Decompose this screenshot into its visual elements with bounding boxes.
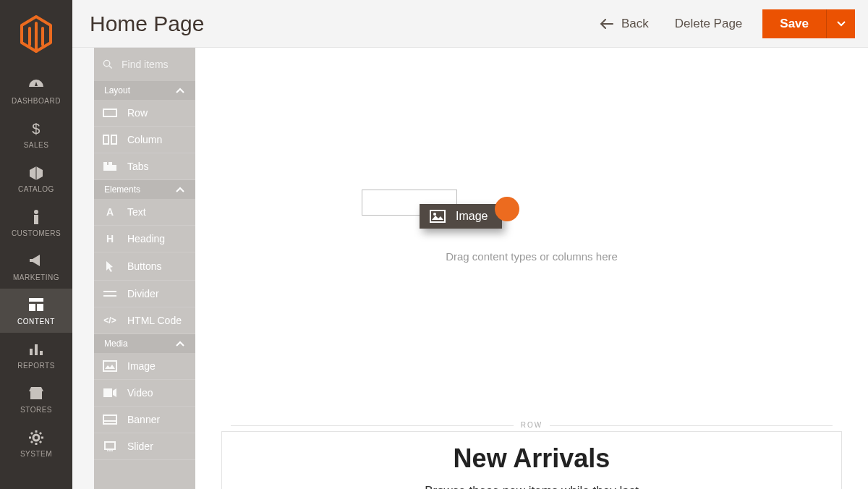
panel-item-tabs[interactable]: Tabs [94, 153, 195, 180]
back-button[interactable]: Back [600, 17, 649, 31]
svg-rect-8 [30, 391, 42, 399]
column-icon [103, 135, 117, 145]
panel-group-media[interactable]: Media [94, 334, 195, 353]
chart-icon [0, 341, 72, 357]
nav-item-sales[interactable]: $ SALES [0, 112, 72, 156]
panel-item-heading[interactable]: H Heading [94, 226, 195, 252]
nav-label: CATALOG [0, 185, 72, 193]
video-icon [103, 388, 117, 398]
svg-rect-16 [109, 162, 112, 165]
nav-item-stores[interactable]: STORES [0, 377, 72, 421]
save-dropdown-button[interactable] [826, 9, 855, 38]
panel-item-label: Image [127, 360, 156, 372]
nav-label: MARKETING [0, 273, 72, 281]
pagebuilder-canvas[interactable]: Image Drag content types or columns here… [195, 48, 868, 489]
nav-item-system[interactable]: SYSTEM [0, 421, 72, 465]
nav-label: REPORTS [0, 362, 72, 370]
panel-item-buttons[interactable]: Buttons [94, 252, 195, 281]
svg-rect-15 [103, 162, 107, 165]
page-header: Home Page Back Delete Page Save [72, 0, 868, 48]
code-icon: </> [103, 315, 117, 326]
delete-label: Delete Page [675, 17, 743, 31]
panel-group-elements[interactable]: Elements [94, 180, 195, 199]
svg-rect-18 [103, 388, 112, 397]
svg-point-10 [103, 60, 109, 66]
panel-item-slider[interactable]: Slider [94, 433, 195, 460]
panel-item-label: Tabs [127, 161, 149, 172]
panel-item-label: Row [127, 107, 148, 119]
svg-rect-19 [103, 415, 116, 424]
pagebuilder-panel: Layout Row Column Tabs Elements A Text H… [94, 48, 195, 489]
group-label: Elements [104, 184, 140, 195]
panel-item-label: Heading [127, 233, 165, 244]
cursor-indicator-icon [495, 197, 519, 221]
chevron-up-icon [175, 184, 185, 195]
svg-rect-12 [103, 135, 109, 144]
gauge-icon [0, 77, 72, 93]
svg-rect-6 [35, 344, 38, 355]
magento-logo-icon [19, 14, 54, 54]
panel-item-label: Video [127, 387, 153, 399]
person-icon [0, 209, 72, 225]
nav-item-dashboard[interactable]: DASHBOARD [0, 68, 72, 112]
search-input[interactable] [122, 59, 187, 70]
save-button[interactable]: Save [762, 9, 826, 38]
panel-item-image[interactable]: Image [94, 353, 195, 380]
svg-rect-4 [37, 304, 43, 311]
panel-item-video[interactable]: Video [94, 380, 195, 407]
panel-group-layout[interactable]: Layout [94, 81, 195, 100]
save-button-group: Save [762, 9, 855, 38]
svg-rect-24 [430, 211, 445, 222]
svg-point-9 [33, 435, 39, 441]
svg-point-21 [107, 450, 109, 451]
nav-item-customers[interactable]: CUSTOMERS [0, 200, 72, 244]
row-heading: New Arrivals [237, 443, 827, 474]
row-icon [103, 109, 117, 117]
tabs-icon [103, 161, 117, 171]
svg-rect-20 [105, 442, 115, 449]
panel-item-label: Column [127, 134, 162, 145]
layout-icon [0, 297, 72, 313]
panel-item-column[interactable]: Column [94, 127, 195, 153]
svg-point-23 [111, 450, 113, 451]
panel-item-label: HTML Code [127, 315, 182, 326]
panel-item-label: Text [127, 206, 146, 218]
svg-rect-13 [111, 135, 116, 144]
delete-page-button[interactable]: Delete Page [675, 17, 743, 31]
panel-item-text[interactable]: A Text [94, 199, 195, 226]
cursor-icon [103, 260, 117, 273]
panel-item-banner[interactable]: Banner [94, 407, 195, 433]
row-subheading: Browse these new items while they last [237, 484, 827, 489]
box-icon [0, 165, 72, 181]
chevron-down-icon [836, 19, 846, 29]
nav-item-marketing[interactable]: MARKETING [0, 244, 72, 289]
nav-item-content[interactable]: CONTENT [0, 289, 72, 333]
svg-point-0 [34, 210, 38, 214]
panel-item-row[interactable]: Row [94, 100, 195, 127]
svg-rect-7 [40, 351, 43, 355]
drop-hint-text: Drag content types or columns here [195, 250, 868, 263]
store-icon [0, 386, 72, 401]
svg-rect-2 [29, 298, 43, 302]
nav-item-catalog[interactable]: CATALOG [0, 156, 72, 200]
nav-label: CUSTOMERS [0, 229, 72, 237]
panel-item-divider[interactable]: Divider [94, 281, 195, 307]
image-icon [430, 210, 446, 223]
panel-item-label: Divider [127, 288, 159, 299]
svg-point-22 [109, 450, 111, 451]
nav-item-reports[interactable]: REPORTS [0, 333, 72, 377]
nav-label: STORES [0, 406, 72, 414]
slider-icon [103, 441, 117, 451]
chevron-up-icon [175, 339, 185, 349]
nav-label: SALES [0, 141, 72, 149]
drag-chip-image[interactable]: Image [420, 204, 502, 229]
chevron-up-icon [175, 85, 185, 95]
group-label: Layout [104, 85, 130, 95]
divider-icon [103, 290, 117, 297]
admin-nav: DASHBOARD $ SALES CATALOG CUSTOMERS MARK… [0, 0, 72, 489]
panel-item-html[interactable]: </> HTML Code [94, 307, 195, 334]
page-title: Home Page [90, 12, 204, 36]
content-row[interactable]: New Arrivals Browse these new items whil… [221, 431, 842, 489]
svg-point-25 [433, 213, 436, 216]
panel-item-label: Slider [127, 441, 153, 452]
